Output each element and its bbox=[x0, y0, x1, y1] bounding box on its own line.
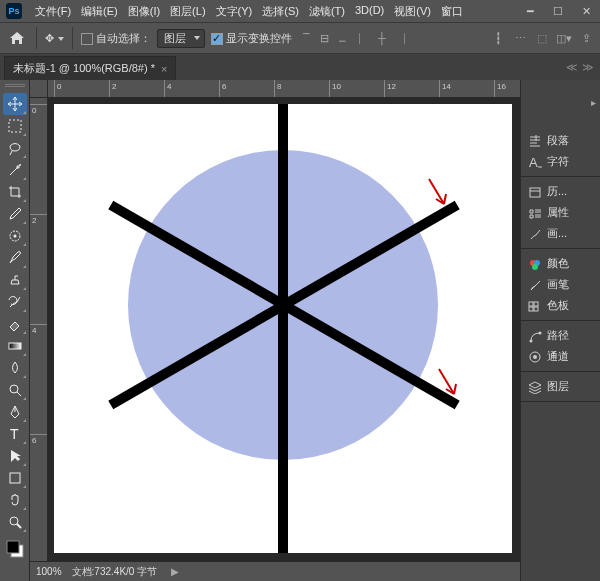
lasso-tool-icon[interactable] bbox=[3, 137, 27, 159]
panel-tab[interactable]: 画... bbox=[521, 223, 600, 244]
svg-rect-18 bbox=[529, 307, 533, 311]
home-button[interactable] bbox=[6, 27, 28, 49]
history-brush-tool-icon[interactable] bbox=[3, 291, 27, 313]
horizontal-ruler[interactable]: 0246810121416 bbox=[48, 80, 520, 98]
panel-tab[interactable]: 色板 bbox=[521, 295, 600, 316]
menu-item[interactable]: 文件(F) bbox=[30, 4, 76, 19]
align-bottom-icon[interactable]: ⎽ bbox=[334, 30, 350, 46]
menu-item[interactable]: 选择(S) bbox=[257, 4, 304, 19]
panel-label: 画... bbox=[547, 226, 567, 241]
menu-item[interactable]: 编辑(E) bbox=[76, 4, 123, 19]
auto-select-checkbox[interactable] bbox=[81, 33, 93, 45]
pen-tool-icon[interactable] bbox=[3, 401, 27, 423]
panel-tab[interactable]: 属性 bbox=[521, 202, 600, 223]
workspace-switcher-icon[interactable]: ◫▾ bbox=[556, 30, 572, 46]
maximize-button[interactable]: ☐ bbox=[544, 0, 572, 22]
move-tool-icon[interactable] bbox=[3, 93, 27, 115]
document-tab-bar: 未标题-1 @ 100%(RGB/8#) * × ≪ ≫ bbox=[0, 54, 600, 80]
menu-item[interactable]: 滤镜(T) bbox=[304, 4, 350, 19]
gradient-tool-icon[interactable] bbox=[3, 335, 27, 357]
ruler-origin[interactable] bbox=[30, 80, 48, 98]
menu-item[interactable]: 图像(I) bbox=[123, 4, 165, 19]
app-logo-icon: Ps bbox=[6, 3, 22, 19]
panel-tab[interactable]: 通道 bbox=[521, 346, 600, 367]
vertical-line-shape[interactable] bbox=[278, 104, 288, 553]
panel-tab[interactable]: 路径 bbox=[521, 325, 600, 346]
tab-scroll-left-icon[interactable]: ≪ bbox=[566, 61, 578, 74]
svg-rect-0 bbox=[9, 120, 21, 132]
spot-heal-tool-icon[interactable] bbox=[3, 225, 27, 247]
status-menu-icon[interactable]: ▶ bbox=[171, 566, 179, 577]
properties-icon bbox=[527, 206, 542, 220]
menu-item[interactable]: 图层(L) bbox=[165, 4, 210, 19]
align-vcenter-icon[interactable]: ⊟ bbox=[316, 30, 332, 46]
show-transform-checkbox[interactable] bbox=[211, 33, 223, 45]
canvas[interactable] bbox=[48, 98, 520, 561]
panel-tab[interactable]: 颜色 bbox=[521, 253, 600, 274]
hand-tool-icon[interactable] bbox=[3, 489, 27, 511]
share-icon[interactable]: ⇪ bbox=[578, 30, 594, 46]
auto-select-target-dropdown[interactable]: 图层 bbox=[157, 29, 205, 48]
options-bar: ✥ 自动选择： 图层 显示变换控件 ⎺ ⊟ ⎽ ⎸ ┼ ⎹ ┇ ⋯ ⬚ ◫▾ ⇪ bbox=[0, 22, 600, 54]
eyedropper-tool-icon[interactable] bbox=[3, 203, 27, 225]
align-right-icon[interactable]: ⎹ bbox=[392, 30, 408, 46]
move-tool-indicator-icon[interactable]: ✥ bbox=[45, 32, 64, 45]
3d-mode-icon[interactable]: ⬚ bbox=[534, 30, 550, 46]
menu-item[interactable]: 视图(V) bbox=[389, 4, 436, 19]
document-info[interactable]: 文档:732.4K/0 字节 bbox=[72, 565, 158, 579]
type-tool-icon[interactable]: T bbox=[3, 423, 27, 445]
align-hcenter-icon[interactable]: ┼ bbox=[374, 30, 390, 46]
svg-rect-16 bbox=[529, 302, 533, 306]
align-left-icon[interactable]: ⎸ bbox=[356, 30, 372, 46]
blur-tool-icon[interactable] bbox=[3, 357, 27, 379]
zoom-level[interactable]: 100% bbox=[36, 566, 62, 577]
panel-tab[interactable]: 图层 bbox=[521, 376, 600, 397]
zoom-tool-icon[interactable] bbox=[3, 511, 27, 533]
tab-close-icon[interactable]: × bbox=[161, 63, 167, 75]
color-swatches-icon[interactable] bbox=[3, 535, 27, 563]
menu-item[interactable]: 文字(Y) bbox=[211, 4, 258, 19]
document-tab[interactable]: 未标题-1 @ 100%(RGB/8#) * × bbox=[4, 56, 176, 80]
channels-icon bbox=[527, 350, 542, 364]
svg-point-3 bbox=[13, 235, 16, 238]
svg-rect-4 bbox=[9, 343, 21, 349]
panel-label: 色板 bbox=[547, 298, 569, 313]
collapse-panels-icon[interactable]: ▸ bbox=[588, 82, 598, 122]
canvas-area: 0246810121416 0246 100% 文档:732 bbox=[30, 80, 520, 581]
panel-tab[interactable]: 段落 bbox=[521, 130, 600, 151]
eraser-tool-icon[interactable] bbox=[3, 313, 27, 335]
panel-tab[interactable]: 历... bbox=[521, 181, 600, 202]
panel-label: 段落 bbox=[547, 133, 569, 148]
minimize-button[interactable]: ━ bbox=[516, 0, 544, 22]
tab-scroll-right-icon[interactable]: ≫ bbox=[582, 61, 594, 74]
menu-item[interactable]: 窗口 bbox=[436, 4, 468, 19]
shape-tool-icon[interactable] bbox=[3, 467, 27, 489]
panel-tab[interactable]: 画笔 bbox=[521, 274, 600, 295]
menubar: Ps 文件(F)编辑(E)图像(I)图层(L)文字(Y)选择(S)滤镜(T)3D… bbox=[0, 0, 600, 22]
panel-grip-icon[interactable] bbox=[5, 84, 25, 88]
crop-tool-icon[interactable] bbox=[3, 181, 27, 203]
document[interactable] bbox=[54, 104, 512, 553]
show-transform-label: 显示变换控件 bbox=[226, 32, 292, 44]
align-top-icon[interactable]: ⎺ bbox=[298, 30, 314, 46]
more-options-icon[interactable]: ⋯ bbox=[512, 30, 528, 46]
panel-label: 颜色 bbox=[547, 256, 569, 271]
magic-wand-tool-icon[interactable] bbox=[3, 159, 27, 181]
svg-rect-17 bbox=[534, 302, 538, 306]
brush-tool-icon[interactable] bbox=[3, 247, 27, 269]
close-button[interactable]: ✕ bbox=[572, 0, 600, 22]
path-select-tool-icon[interactable] bbox=[3, 445, 27, 467]
distribute-icon[interactable]: ┇ bbox=[490, 30, 506, 46]
vertical-ruler[interactable]: 0246 bbox=[30, 98, 48, 561]
status-bar: 100% 文档:732.4K/0 字节 ▶ bbox=[30, 561, 520, 581]
menu-item[interactable]: 3D(D) bbox=[350, 4, 389, 19]
dodge-tool-icon[interactable] bbox=[3, 379, 27, 401]
panel-label: 画笔 bbox=[547, 277, 569, 292]
svg-point-21 bbox=[538, 331, 541, 334]
clone-stamp-tool-icon[interactable] bbox=[3, 269, 27, 291]
panel-tab[interactable]: A字符 bbox=[521, 151, 600, 172]
history-icon bbox=[527, 185, 542, 199]
marquee-tool-icon[interactable] bbox=[3, 115, 27, 137]
svg-text:T: T bbox=[10, 426, 19, 442]
panel-label: 历... bbox=[547, 184, 567, 199]
